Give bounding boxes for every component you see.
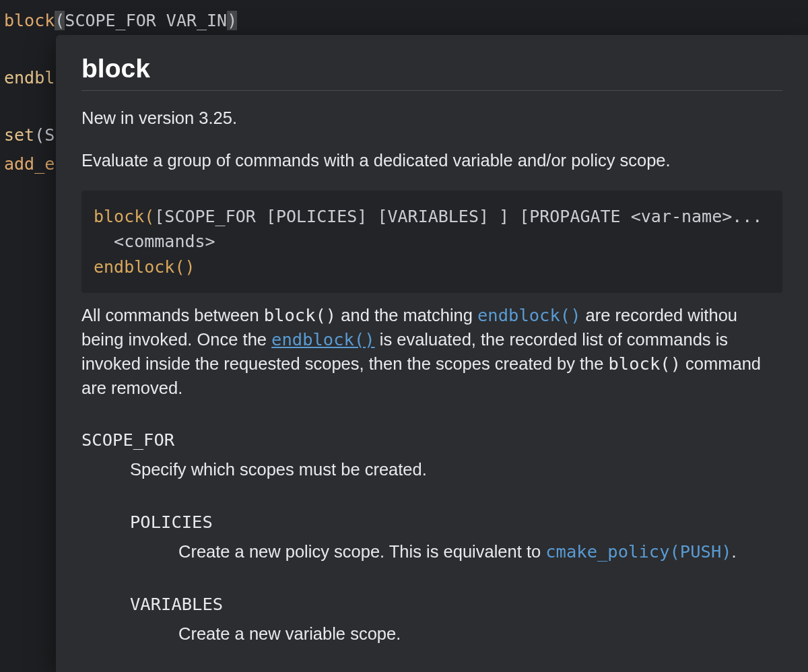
endblock-link-2[interactable]: endblock() (271, 329, 375, 349)
documentation-tooltip: block New in version 3.25. Evaluate a gr… (56, 35, 808, 672)
syntax-commands: <commands> (94, 232, 215, 251)
cmd-endblock: endbl (4, 68, 55, 88)
code-args: SCOPE_FOR VAR_IN (65, 11, 227, 30)
cmd-add: add_e (4, 154, 55, 174)
open-paren-2: ( (34, 125, 44, 145)
open-paren: ( (55, 11, 65, 30)
def-term-policies: POLICIES (130, 512, 782, 532)
def-desc-variables: Create a new variable scope. (130, 622, 782, 646)
code-line-1[interactable]: block(SCOPE_FOR VAR_IN) (0, 7, 808, 36)
syntax-args: [SCOPE_FOR [POLICIES] [VARIABLES] ] [PRO… (154, 207, 762, 226)
doc-summary: Evaluate a group of commands with a dedi… (81, 148, 782, 173)
syntax-kw: block( (94, 207, 154, 226)
syntax-endblock: endblock() (94, 257, 195, 277)
cmd-set: set (4, 125, 34, 145)
syntax-codeblock: block([SCOPE_FOR [POLICIES] [VARIABLES] … (81, 191, 782, 294)
cmd-block: block (4, 11, 55, 30)
code-arg-s: S (44, 125, 55, 145)
doc-version: New in version 3.25. (81, 108, 782, 128)
def-term-variables: VARIABLES (130, 594, 782, 614)
def-desc-policies: Create a new policy scope. This is equiv… (130, 540, 782, 564)
def-desc-scopefor: Specify which scopes must be created. (81, 458, 782, 482)
def-term-scopefor: SCOPE_FOR (81, 430, 782, 450)
cmake-policy-link[interactable]: cmake_policy(PUSH) (545, 541, 731, 562)
close-paren: ) (227, 11, 237, 30)
endblock-link[interactable]: endblock() (477, 305, 581, 325)
doc-title: block (81, 54, 782, 91)
doc-paragraph: All commands between block() and the mat… (81, 304, 782, 400)
